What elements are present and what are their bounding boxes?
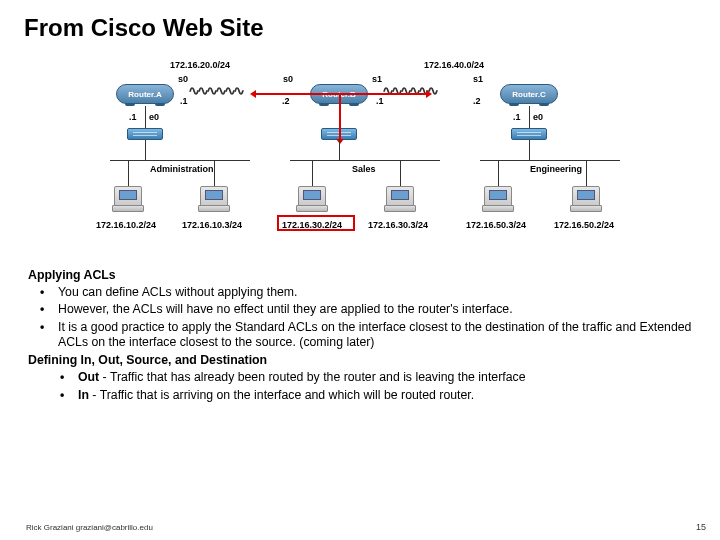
subnet-label: 172.16.40.0/24 [424, 60, 484, 70]
list-item: However, the ACLs will have no effect un… [38, 302, 692, 318]
host-label: 172.16.10.2/24 [96, 220, 156, 230]
serial-link: ∿∿∿∿∿∿ [188, 83, 242, 97]
router-c-icon: Router.C [500, 84, 558, 104]
addr-label: .2 [473, 96, 481, 106]
host-label: 172.16.50.3/24 [466, 220, 526, 230]
desc: - Traffic that has already been routed b… [99, 370, 525, 384]
addr-label: .1 [180, 96, 188, 106]
link [529, 140, 530, 160]
iface-label: e0 [533, 112, 543, 122]
pc-icon [484, 186, 512, 208]
link [400, 160, 401, 186]
lan-bus [110, 160, 250, 161]
link [529, 106, 530, 128]
link [145, 140, 146, 160]
pc-icon [572, 186, 600, 208]
list-item: You can define ACLs without applying the… [38, 285, 692, 301]
bullet-list: You can define ACLs without applying the… [28, 285, 692, 351]
addr-label: .1 [129, 112, 137, 122]
desc: - Traffic that is arriving on the interf… [89, 388, 474, 402]
lan-label: Sales [352, 164, 376, 174]
subnet-label: 172.16.20.0/24 [170, 60, 230, 70]
term: Out [78, 370, 99, 384]
host-label: 172.16.30.3/24 [368, 220, 428, 230]
network-diagram: 172.16.20.0/24 172.16.40.0/24 Router.A R… [100, 60, 620, 260]
pc-icon [114, 186, 142, 208]
list-item: It is a good practice to apply the Stand… [38, 320, 692, 351]
list-item: Out - Traffic that has already been rout… [58, 370, 692, 386]
iface-label: s0 [178, 74, 188, 84]
switch-icon [127, 128, 163, 140]
traffic-arrow-down [339, 93, 341, 139]
addr-label: .1 [376, 96, 384, 106]
host-label: 172.16.50.2/24 [554, 220, 614, 230]
link [339, 140, 340, 160]
link [145, 106, 146, 128]
highlight-box [277, 215, 355, 231]
pc-icon [298, 186, 326, 208]
link [128, 160, 129, 186]
footer-author: Rick Graziani graziani@cabrillo.edu [26, 523, 153, 532]
pc-icon [386, 186, 414, 208]
section-heading: Applying ACLs [28, 268, 692, 284]
link [214, 160, 215, 186]
traffic-arrow [256, 93, 426, 95]
addr-label: .2 [282, 96, 290, 106]
iface-label: e0 [149, 112, 159, 122]
addr-label: .1 [513, 112, 521, 122]
link [312, 160, 313, 186]
list-item: In - Traffic that is arriving on the int… [58, 388, 692, 404]
lan-label: Engineering [530, 164, 582, 174]
pc-icon [200, 186, 228, 208]
sub-bullet-list: Out - Traffic that has already been rout… [28, 370, 692, 403]
lan-bus [480, 160, 620, 161]
iface-label: s1 [372, 74, 382, 84]
host-label: 172.16.10.3/24 [182, 220, 242, 230]
body-text: Applying ACLs You can define ACLs withou… [0, 268, 720, 403]
lan-label: Administration [150, 164, 214, 174]
section-heading: Defining In, Out, Source, and Destinatio… [28, 353, 692, 369]
link [586, 160, 587, 186]
page-number: 15 [696, 522, 706, 532]
iface-label: s0 [283, 74, 293, 84]
term: In [78, 388, 89, 402]
router-a-icon: Router.A [116, 84, 174, 104]
iface-label: s1 [473, 74, 483, 84]
page-title: From Cisco Web Site [0, 0, 720, 42]
switch-icon [511, 128, 547, 140]
link [498, 160, 499, 186]
